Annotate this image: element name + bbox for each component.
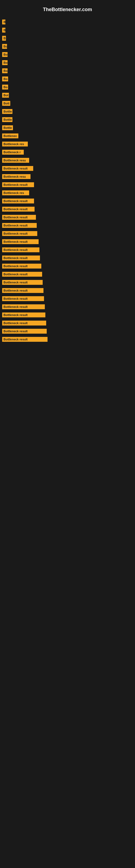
bar-label: Bottleneck res bbox=[2, 142, 28, 147]
bar-row: Bottleneck result bbox=[0, 197, 135, 205]
bar-label: Bott bbox=[2, 101, 10, 106]
bar-row: Bottleneck resu bbox=[0, 156, 135, 164]
bar-label: Bo bbox=[2, 44, 7, 49]
bar-label: Bot bbox=[2, 93, 9, 98]
bar-row: Bot bbox=[0, 91, 135, 99]
bar-label: Bottleneck result bbox=[2, 247, 39, 252]
bar-row: Bott bbox=[0, 99, 135, 107]
bar-row: Bottleneck result bbox=[0, 286, 135, 294]
bar-label: Bottleneck result bbox=[2, 272, 42, 277]
bar-label: Bottlenec bbox=[2, 133, 18, 138]
bar-row: Bottleneck result bbox=[0, 270, 135, 278]
bar-label: Bottle bbox=[2, 125, 13, 130]
bar-label: Bottleneck result bbox=[2, 215, 36, 220]
bar-label: Bo bbox=[2, 60, 8, 65]
bar-label: Bottleneck result bbox=[2, 280, 43, 285]
bar-row: Bottleneck resu bbox=[0, 173, 135, 181]
bar-label: Bottleneck result bbox=[2, 231, 37, 236]
bar-label: B bbox=[2, 28, 5, 33]
page-container: TheBottlenecker.com BBBBoBoBoBoBoBoBotBo… bbox=[0, 0, 135, 868]
bar-label: B bbox=[2, 36, 6, 41]
bar-label: Bo bbox=[2, 85, 8, 90]
bar-row: Bottleneck r bbox=[0, 148, 135, 156]
bar-label: B bbox=[2, 20, 5, 24]
bar-label: Bottleneck result bbox=[2, 288, 43, 293]
bar-label: Bottleneck result bbox=[2, 337, 48, 342]
bar-row: Bottleneck result bbox=[0, 335, 135, 343]
bar-label: Bottleneck resu bbox=[2, 174, 31, 179]
bar-row: Bottleneck result bbox=[0, 311, 135, 319]
bar-label: Bottleneck resu bbox=[2, 158, 29, 163]
bar-row: B bbox=[0, 26, 135, 34]
bar-label: Bottleneck result bbox=[2, 255, 40, 260]
bar-label: Bottleneck result bbox=[2, 207, 35, 212]
bar-label: Bottleneck result bbox=[2, 296, 44, 301]
bar-label: Bottleneck result bbox=[2, 312, 45, 317]
bar-row: Bo bbox=[0, 83, 135, 91]
bar-row: Bo bbox=[0, 42, 135, 51]
bar-label: Bo bbox=[2, 76, 8, 82]
bars-container: BBBBoBoBoBoBoBoBotBottBottleBottleBottle… bbox=[0, 18, 135, 343]
bar-label: Bottleneck result bbox=[2, 166, 33, 171]
bar-label: Bottleneck result bbox=[2, 223, 37, 228]
bar-row: Bottleneck result bbox=[0, 303, 135, 311]
bar-row: Bo bbox=[0, 51, 135, 59]
bar-row: Bottleneck result bbox=[0, 221, 135, 229]
bar-row: Bo bbox=[0, 59, 135, 67]
bar-row: Bottle bbox=[0, 116, 135, 124]
bar-row: Bottleneck res bbox=[0, 189, 135, 197]
bar-label: Bottleneck result bbox=[2, 329, 47, 334]
bar-label: Bottle bbox=[2, 117, 12, 122]
bar-row: Bottleneck result bbox=[0, 213, 135, 221]
bar-row: Bottleneck res bbox=[0, 140, 135, 148]
bar-label: Bottleneck res bbox=[2, 190, 29, 195]
bar-row: Bottleneck result bbox=[0, 229, 135, 238]
bar-label: Bottleneck result bbox=[2, 182, 34, 187]
bar-row: Bottlenec bbox=[0, 132, 135, 140]
bar-row: Bottle bbox=[0, 124, 135, 132]
bar-label: Bottleneck r bbox=[2, 150, 24, 155]
bar-row: B bbox=[0, 34, 135, 42]
bar-label: Bo bbox=[2, 52, 8, 57]
bar-row: Bottleneck result bbox=[0, 319, 135, 327]
bar-row: Bo bbox=[0, 67, 135, 75]
bar-row: Bottleneck result bbox=[0, 246, 135, 254]
bar-label: Bottleneck result bbox=[2, 239, 39, 244]
bar-row: Bottleneck result bbox=[0, 181, 135, 189]
site-title: TheBottlenecker.com bbox=[0, 3, 135, 18]
bar-row: Bottleneck result bbox=[0, 205, 135, 213]
bar-row: Bottleneck result bbox=[0, 278, 135, 286]
bar-row: Bottleneck result bbox=[0, 238, 135, 246]
bar-row: Bottle bbox=[0, 107, 135, 116]
bar-row: Bottleneck result bbox=[0, 262, 135, 270]
bar-label: Bottleneck result bbox=[2, 264, 41, 269]
bar-label: Bottleneck result bbox=[2, 198, 34, 204]
bar-row: Bottleneck result bbox=[0, 294, 135, 303]
bar-row: B bbox=[0, 18, 135, 26]
bar-row: Bo bbox=[0, 75, 135, 83]
bar-row: Bottleneck result bbox=[0, 254, 135, 262]
bar-label: Bottleneck result bbox=[2, 321, 46, 326]
bar-row: Bottleneck result bbox=[0, 327, 135, 335]
bar-row: Bottleneck result bbox=[0, 164, 135, 173]
bar-label: Bo bbox=[2, 68, 8, 73]
bar-label: Bottle bbox=[2, 109, 12, 114]
bar-label: Bottleneck result bbox=[2, 304, 45, 309]
